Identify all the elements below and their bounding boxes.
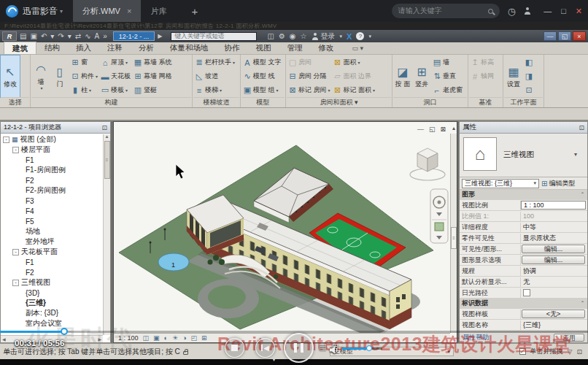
- edit-type-button[interactable]: ⊞ 编辑类型: [541, 179, 575, 188]
- chevron-down-icon[interactable]: ▾: [574, 151, 577, 158]
- property-value[interactable]: 100: [521, 212, 587, 220]
- tree-item[interactable]: - ▦ F2: [1, 175, 103, 185]
- revit-close-button[interactable]: ×: [573, 31, 586, 41]
- tree-item[interactable]: - ▦ F1: [1, 155, 103, 165]
- infocenter-icon[interactable]: ◫: [267, 32, 274, 40]
- property-row[interactable]: 视图比例 1 : 100: [460, 200, 587, 211]
- property-row[interactable]: 比例值 1: 100: [460, 211, 587, 222]
- drag-checkbox[interactable]: ✓: [519, 348, 526, 355]
- tree-item[interactable]: - ▦ 室外地坪: [1, 237, 103, 247]
- user-account-icon[interactable]: [524, 7, 531, 15]
- scrollbar-thumb[interactable]: ≡: [104, 141, 110, 179]
- tree-item[interactable]: - ▦ F1: [1, 257, 103, 267]
- ribbon-tab[interactable]: 管理: [279, 42, 311, 54]
- type-selector[interactable]: ⌂ 三维视图 ▾: [460, 134, 587, 177]
- ribbon-button[interactable]: ▱ 面积 边界 ▾: [332, 69, 377, 83]
- scrollbar-thumb[interactable]: ≡: [451, 227, 457, 249]
- tree-item[interactable]: - ▦ 天花板平面: [1, 247, 103, 257]
- ribbon-button[interactable]: # 轴网 ▾: [469, 69, 495, 83]
- view-select-dropdown[interactable]: 三维视图: {三维}▾: [462, 179, 539, 188]
- new-tab-button[interactable]: +: [182, 5, 206, 18]
- project-browser-titlebar[interactable]: 12-1-2 - 项目浏览器 ⊡: [1, 122, 110, 134]
- tree-item[interactable]: - ▦ F1-房间图例: [1, 165, 103, 175]
- ribbon-button[interactable]: ▢ 房间 ▾: [287, 55, 332, 69]
- tree-item[interactable]: - ▦ F4: [1, 206, 103, 216]
- property-value[interactable]: 1 : 100: [521, 201, 586, 210]
- ribbon-button[interactable]: ▬ 天花板 ▾: [99, 69, 132, 83]
- statusbar-filter-icon[interactable]: ⊡: [576, 348, 582, 356]
- ribbon-button[interactable]: ⊞ 幕墙 网格 ▾: [132, 69, 174, 83]
- view-control-icon[interactable]: ◫: [143, 334, 150, 342]
- property-row[interactable]: 默认分析显示... 无: [460, 277, 587, 288]
- qat-tool-icon[interactable]: ▤: [20, 33, 26, 40]
- ribbon-button[interactable]: ∿ 模型 线 ▾: [241, 69, 283, 83]
- tree-item[interactable]: - ▦ 三维视图: [1, 277, 103, 288]
- ribbon-tab[interactable]: 修改: [311, 42, 342, 54]
- property-value[interactable]: 无: [521, 277, 587, 287]
- ribbon-button[interactable]: ◧ ▾: [523, 55, 536, 69]
- active-view-box[interactable]: 12-1-2 - ...: [113, 31, 155, 41]
- property-row[interactable]: 可见性/图形... 编辑...: [460, 244, 587, 255]
- stop-button[interactable]: [225, 338, 244, 358]
- ribbon-button[interactable]: ▦ 幕墙 系统 ▾: [132, 55, 174, 69]
- qat-tool-icon[interactable]: ▾: [50, 33, 54, 40]
- maximize-button[interactable]: □: [561, 7, 566, 16]
- property-row[interactable]: 图形显示选项 编辑...: [460, 255, 587, 266]
- pause-button[interactable]: [284, 333, 314, 363]
- login-button[interactable]: 登录: [312, 31, 336, 42]
- statusbar-filter-icon[interactable]: ▽: [568, 348, 573, 356]
- ribbon-button[interactable]: ⊞ 窗 ▾: [69, 55, 99, 69]
- ribbon-button[interactable]: ◪ 按 面 ▾: [393, 55, 412, 97]
- playlist-icon[interactable]: ▤: [319, 342, 326, 351]
- ribbon-button[interactable]: ◺ 坡道 ▾: [193, 69, 236, 83]
- revit-minimize-button[interactable]: —: [543, 31, 557, 41]
- tree-item[interactable]: - ▦ 室内会议室: [1, 318, 103, 328]
- ribbon-tab[interactable]: 注释: [99, 42, 131, 54]
- view-control-icon[interactable]: ▣: [153, 334, 160, 342]
- scroll-up-icon[interactable]: ▲: [105, 134, 109, 139]
- ribbon-button[interactable]: ▯ 门 ▾: [50, 55, 69, 97]
- tree-item[interactable]: - ▦ F5: [1, 216, 103, 226]
- previous-button[interactable]: ◀: [255, 338, 275, 358]
- player-search-input[interactable]: 请输入关键字: [392, 4, 500, 18]
- ribbon-button[interactable]: ≡ 楼梯 ▾: [193, 83, 236, 97]
- property-value[interactable]: 协调: [521, 266, 587, 276]
- player-tab[interactable]: 片库: [141, 0, 182, 22]
- revit-app-menu-button[interactable]: R: [2, 31, 17, 41]
- view-control-icon[interactable]: ⊞: [201, 334, 207, 342]
- ribbon-button[interactable]: ▦ 设置 ▾: [504, 55, 523, 97]
- tree-item[interactable]: - ▦ 副本: {3D}: [1, 308, 103, 318]
- close-button[interactable]: ✕: [576, 7, 582, 16]
- tree-item[interactable]: - ▦ 视图 (全部): [1, 134, 103, 145]
- ribbon-button[interactable]: ↖ 修改 ▾: [1, 55, 20, 97]
- ribbon-button[interactable]: ≣ 栏杆扶手 ▾: [193, 55, 236, 69]
- property-row[interactable]: 图形: [460, 190, 587, 200]
- ribbon-tab[interactable]: 分析: [131, 42, 162, 54]
- ribbon-tab[interactable]: 体量和场地: [162, 42, 217, 54]
- view-control-icon[interactable]: ◑: [182, 334, 186, 342]
- view-minimize-icon[interactable]: —: [417, 126, 424, 133]
- property-value[interactable]: 中等: [521, 223, 587, 232]
- view-close-icon[interactable]: ⊠: [440, 126, 446, 133]
- qat-tool-icon[interactable]: ↷: [58, 33, 63, 40]
- tree-expander-icon[interactable]: -: [12, 280, 19, 286]
- apply-button[interactable]: 应用: [554, 334, 584, 342]
- ribbon-options-button[interactable]: ▭ ▾: [352, 45, 364, 54]
- tree-item[interactable]: - ▦ F2: [1, 267, 103, 277]
- view-scale-label[interactable]: 1 : 100: [118, 334, 139, 342]
- qat-tool-icon[interactable]: ↶: [41, 33, 47, 40]
- properties-titlebar[interactable]: 属性 ⊡: [460, 122, 587, 134]
- history-clock-icon[interactable]: ◷: [508, 6, 516, 17]
- panel-window-icon[interactable]: ⊡: [579, 124, 584, 131]
- scroll-right-icon[interactable]: ▶: [98, 337, 101, 342]
- ribbon-button[interactable]: ⊡ 构件 ▾: [69, 69, 99, 83]
- scroll-left-icon[interactable]: ◀: [2, 337, 6, 342]
- player-tab[interactable]: 分析.WMV ×: [73, 0, 141, 22]
- help-icon[interactable]: ?: [356, 32, 364, 40]
- ribbon-button[interactable]: ▭ 楼板 ▾: [99, 83, 132, 97]
- tree-item[interactable]: - ▦ F2-房间图例: [1, 185, 103, 196]
- property-value[interactable]: [521, 289, 587, 297]
- qat-tool-icon[interactable]: A: [95, 33, 100, 40]
- player-app-name[interactable]: 迅雷影音: [23, 5, 58, 18]
- ribbon-tab[interactable]: 建筑: [4, 42, 36, 54]
